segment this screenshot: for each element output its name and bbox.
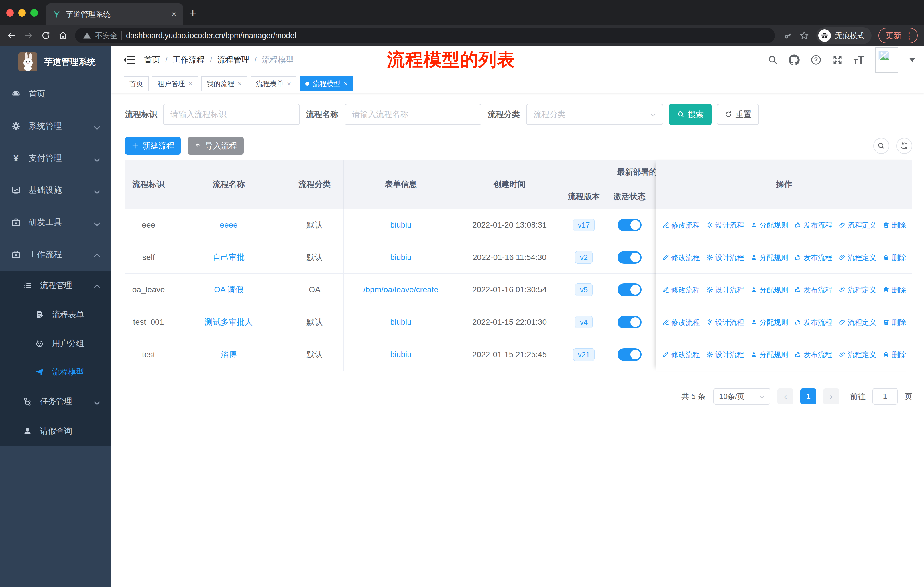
- process-definition-link[interactable]: 流程定义: [839, 285, 876, 294]
- goto-page-input[interactable]: [873, 388, 898, 405]
- window-minimize-button[interactable]: [18, 9, 26, 17]
- github-icon[interactable]: [789, 55, 800, 65]
- design-process-link[interactable]: 设计流程: [706, 253, 744, 262]
- tag-close-icon[interactable]: ×: [287, 80, 291, 88]
- sidebar-item-payment[interactable]: ¥ 支付管理: [0, 142, 111, 174]
- tag-process-form[interactable]: 流程表单 ×: [251, 76, 297, 91]
- search-icon[interactable]: [767, 55, 778, 65]
- assign-rule-link[interactable]: 分配规则: [751, 220, 788, 230]
- import-process-button[interactable]: 导入流程: [188, 137, 244, 155]
- back-icon[interactable]: [6, 30, 16, 41]
- publish-process-link[interactable]: 发布流程: [795, 317, 832, 327]
- home-icon[interactable]: [58, 30, 68, 41]
- delete-process-link[interactable]: 删除: [883, 253, 906, 262]
- sidebar-item-task-mgmt[interactable]: 任务管理: [0, 386, 111, 416]
- process-name-link[interactable]: 自己审批: [213, 252, 245, 263]
- assign-rule-link[interactable]: 分配规则: [751, 253, 788, 262]
- prev-page-button[interactable]: ‹: [777, 389, 794, 404]
- assign-rule-link[interactable]: 分配规则: [751, 350, 788, 359]
- process-definition-link[interactable]: 流程定义: [839, 220, 876, 230]
- process-definition-link[interactable]: 流程定义: [839, 253, 876, 262]
- next-page-button[interactable]: ›: [823, 389, 839, 404]
- form-info-link[interactable]: biubiu: [390, 253, 412, 262]
- avatar-caret-icon[interactable]: [909, 58, 916, 62]
- tag-process-model[interactable]: 流程模型 ×: [300, 76, 353, 91]
- process-key-input[interactable]: [163, 104, 300, 125]
- delete-process-link[interactable]: 删除: [883, 317, 906, 327]
- search-button[interactable]: 搜索: [669, 104, 712, 125]
- form-info-link[interactable]: biubiu: [390, 317, 412, 327]
- tag-close-icon[interactable]: ×: [344, 80, 348, 88]
- process-name-link[interactable]: 滔博: [221, 349, 237, 360]
- process-name-link[interactable]: OA 请假: [214, 284, 243, 295]
- reload-icon[interactable]: [41, 30, 51, 41]
- assign-rule-link[interactable]: 分配规则: [751, 317, 788, 327]
- active-status-toggle[interactable]: [617, 251, 642, 264]
- fullscreen-icon[interactable]: [832, 55, 843, 65]
- new-tab-button[interactable]: +: [189, 5, 197, 21]
- font-size-icon[interactable]: TT: [853, 55, 865, 65]
- breadcrumb-item[interactable]: 工作流程: [173, 55, 205, 65]
- publish-process-link[interactable]: 发布流程: [795, 220, 832, 230]
- sidebar-item-process-form[interactable]: 流程表单: [0, 300, 111, 329]
- process-definition-link[interactable]: 流程定义: [839, 317, 876, 327]
- sidebar-item-leave-query[interactable]: 请假查询: [0, 416, 111, 446]
- browser-update-button[interactable]: 更新 ⋮: [878, 28, 918, 43]
- edit-process-link[interactable]: 修改流程: [662, 220, 700, 230]
- breadcrumb-item[interactable]: 首页: [144, 55, 160, 65]
- reset-button[interactable]: 重置: [717, 104, 759, 125]
- tab-close-icon[interactable]: ×: [171, 10, 177, 19]
- form-info-link[interactable]: biubiu: [390, 220, 412, 230]
- publish-process-link[interactable]: 发布流程: [795, 253, 832, 262]
- form-info-link[interactable]: biubiu: [390, 350, 412, 359]
- page-number-button[interactable]: 1: [800, 389, 816, 404]
- delete-process-link[interactable]: 删除: [883, 350, 906, 359]
- design-process-link[interactable]: 设计流程: [706, 317, 744, 327]
- address-bar[interactable]: 不安全 dashboard.yudao.iocoder.cn/bpm/manag…: [75, 28, 775, 43]
- security-label[interactable]: 不安全: [95, 31, 117, 41]
- url-text[interactable]: dashboard.yudao.iocoder.cn/bpm/manager/m…: [126, 31, 296, 40]
- tag-close-icon[interactable]: ×: [238, 80, 242, 88]
- design-process-link[interactable]: 设计流程: [706, 220, 744, 230]
- avatar[interactable]: [875, 47, 898, 73]
- delete-process-link[interactable]: 删除: [883, 285, 906, 294]
- active-status-toggle[interactable]: [617, 316, 642, 329]
- page-size-select[interactable]: 10条/页: [713, 388, 771, 405]
- process-definition-link[interactable]: 流程定义: [839, 350, 876, 359]
- active-status-toggle[interactable]: [617, 219, 642, 231]
- process-name-link[interactable]: eeee: [220, 220, 238, 230]
- sidebar-item-devtools[interactable]: 研发工具: [0, 207, 111, 238]
- forward-icon[interactable]: [23, 30, 34, 41]
- sidebar-item-user-group[interactable]: 用户分组: [0, 329, 111, 358]
- publish-process-link[interactable]: 发布流程: [795, 285, 832, 294]
- publish-process-link[interactable]: 发布流程: [795, 350, 832, 359]
- create-process-button[interactable]: 新建流程: [125, 137, 181, 155]
- tag-close-icon[interactable]: ×: [188, 80, 193, 88]
- design-process-link[interactable]: 设计流程: [706, 285, 744, 294]
- breadcrumb-item[interactable]: 流程管理: [218, 55, 249, 65]
- assign-rule-link[interactable]: 分配规则: [751, 285, 788, 294]
- table-refresh-icon[interactable]: [896, 138, 912, 154]
- tag-home[interactable]: 首页: [124, 76, 148, 91]
- sidebar-item-workflow[interactable]: 工作流程: [0, 238, 111, 271]
- design-process-link[interactable]: 设计流程: [706, 350, 744, 359]
- process-name-input[interactable]: [345, 104, 482, 125]
- sidebar-item-system[interactable]: 系统管理: [0, 110, 111, 142]
- sidebar-item-home[interactable]: 首页: [0, 78, 111, 110]
- edit-process-link[interactable]: 修改流程: [662, 350, 700, 359]
- window-close-button[interactable]: [6, 9, 14, 17]
- active-status-toggle[interactable]: [617, 283, 642, 296]
- delete-process-link[interactable]: 删除: [883, 220, 906, 230]
- sidebar-item-process-mgmt[interactable]: 流程管理: [0, 271, 111, 300]
- edit-process-link[interactable]: 修改流程: [662, 317, 700, 327]
- sidebar-item-process-model[interactable]: 流程模型: [0, 358, 111, 386]
- active-status-toggle[interactable]: [617, 348, 642, 361]
- tag-tenant[interactable]: 租户管理 ×: [152, 76, 198, 91]
- bookmark-star-icon[interactable]: [799, 30, 809, 41]
- edit-process-link[interactable]: 修改流程: [662, 253, 700, 262]
- table-search-toggle-icon[interactable]: [873, 138, 889, 154]
- tag-my-process[interactable]: 我的流程 ×: [201, 76, 247, 91]
- key-icon[interactable]: [782, 30, 792, 41]
- process-name-link[interactable]: 测试多审批人: [205, 317, 253, 327]
- browser-tab[interactable]: 芋道管理系统 ×: [46, 3, 183, 25]
